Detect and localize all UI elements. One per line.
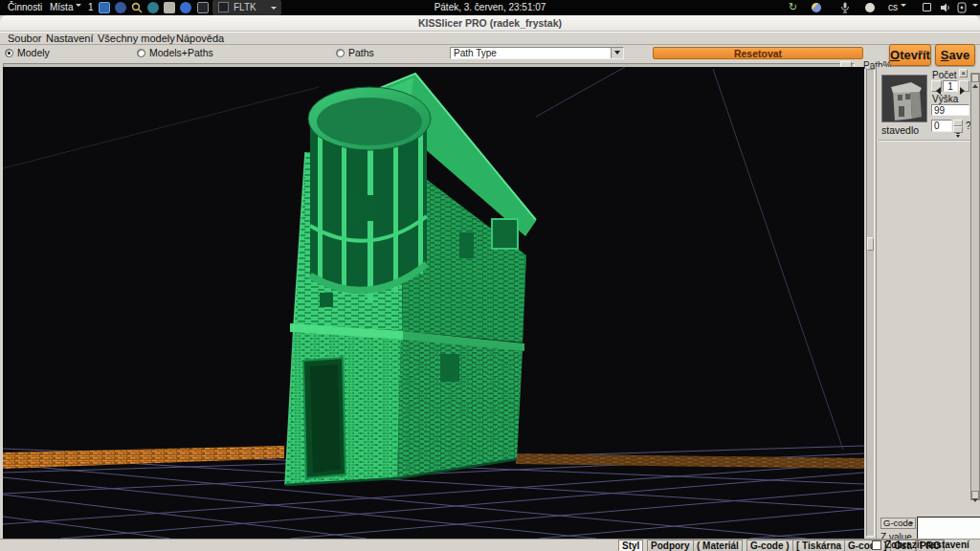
- system-menu[interactable]: [969, 0, 978, 15]
- arrow-down-icon: [972, 498, 978, 505]
- scroll-up-button[interactable]: [971, 74, 979, 82]
- window-icon[interactable]: [923, 3, 931, 11]
- model-sidebar: stavedlo Počet × 1 Výška 99 0 ? G-code Z…: [876, 67, 980, 539]
- globe-icon[interactable]: [147, 2, 159, 13]
- files-icon[interactable]: [164, 2, 175, 13]
- view-mode-row: Modely Models+Paths Paths Path Type Rese…: [0, 46, 980, 60]
- dropdown-button[interactable]: [611, 48, 623, 58]
- card-divider: [879, 140, 970, 142]
- radio-models-paths[interactable]: [137, 49, 145, 57]
- path-type-value: Path Type: [454, 48, 497, 58]
- scene-3d: [3, 67, 864, 539]
- menu-bar: Soubor Nastavení Všechny modely Nápověda: [0, 32, 980, 45]
- window-titlebar[interactable]: KISSlicer PRO (radek_frystak): [0, 15, 980, 32]
- z-offset-field[interactable]: 0: [931, 120, 952, 132]
- sync-icon[interactable]: ↻: [789, 0, 797, 14]
- reset-button[interactable]: Resetovat: [653, 47, 863, 59]
- tab-podpory[interactable]: Podpory: [647, 540, 694, 551]
- count-decrement-button[interactable]: [931, 80, 942, 92]
- chevron-down-icon: [909, 522, 913, 527]
- radio-modely[interactable]: [5, 49, 13, 57]
- active-app-indicator[interactable]: FLTK: [212, 0, 281, 15]
- radio-models-paths-label: Models+Paths: [149, 47, 213, 59]
- path-type-dropdown[interactable]: Path Type: [450, 47, 624, 59]
- radio-modely-label: Modely: [17, 47, 50, 59]
- terminal-icon[interactable]: [99, 2, 110, 13]
- arrow-up-icon: [972, 81, 978, 88]
- scroll-down-button[interactable]: [971, 491, 979, 499]
- chevron-down-icon: [901, 4, 906, 10]
- fltk-app-icon: [218, 2, 229, 12]
- tab-tiskarna[interactable]: [ Tiskárna: [792, 540, 845, 551]
- count-increment-button[interactable]: [959, 80, 969, 92]
- keyboard-layout[interactable]: cs: [888, 0, 906, 15]
- browser-icon[interactable]: [115, 2, 126, 13]
- count-field[interactable]: 1: [943, 80, 958, 92]
- viewport-3d[interactable]: [3, 67, 864, 539]
- weather-icon[interactable]: [812, 3, 821, 12]
- chevron-down-icon: [614, 51, 620, 57]
- open-button[interactable]: Otevřít: [889, 44, 931, 66]
- fltk-window-icon[interactable]: [197, 2, 209, 13]
- desktop-top-panel: Činnosti Místa 1 FLTK Pátek, 3. červen, …: [0, 0, 980, 15]
- search-icon[interactable]: [131, 2, 143, 13]
- close-model-button[interactable]: ×: [959, 69, 968, 77]
- model-stavedlo[interactable]: [285, 74, 536, 485]
- chevron-down-icon: [76, 4, 81, 10]
- menu-nastaveni[interactable]: Nastavení: [42, 33, 98, 45]
- chevron-down-icon: [972, 4, 978, 10]
- arrow-right-icon: [960, 87, 969, 95]
- save-button[interactable]: Save: [935, 44, 975, 66]
- model-name-label: stavedlo: [881, 124, 919, 136]
- radio-paths-label: Paths: [348, 47, 374, 59]
- model-thumbnail[interactable]: [881, 75, 927, 122]
- vertical-slider-handle[interactable]: [867, 237, 874, 251]
- places-menu[interactable]: Místa: [50, 0, 81, 15]
- activities-button[interactable]: Činnosti: [8, 0, 42, 15]
- menu-soubor[interactable]: Soubor: [4, 33, 45, 45]
- show-settings-checkbox[interactable]: [872, 540, 881, 550]
- model-thumbnail-image: [882, 76, 926, 121]
- count-label: Počet: [932, 70, 957, 80]
- menu-napoveda[interactable]: Nápověda: [172, 33, 228, 45]
- gcode-dropdown[interactable]: G-code: [880, 518, 916, 529]
- cup-icon[interactable]: [865, 3, 875, 12]
- show-settings-label: Zobrazit nastavení: [885, 540, 969, 550]
- web-icon[interactable]: [180, 2, 191, 13]
- sidebar-scrollbar[interactable]: [970, 73, 980, 500]
- chevron-down-icon: [271, 7, 277, 12]
- settings-tab-bar: Styl Podpory ( Materiál G-code ) [ Tiská…: [0, 539, 980, 551]
- window-title: KISSlicer PRO (radek_frystak): [0, 15, 980, 32]
- tab-styl[interactable]: Styl: [618, 540, 643, 551]
- height-label: Výška: [932, 94, 958, 104]
- tab-material[interactable]: ( Materiál: [693, 540, 743, 551]
- active-app-label: FLTK: [234, 0, 256, 15]
- menu-vsechny-modely[interactable]: Všechny modely: [94, 33, 179, 45]
- height-field[interactable]: 99: [931, 104, 969, 116]
- z-offset-down-button[interactable]: [953, 126, 963, 133]
- tab-gcode-material[interactable]: G-code ): [746, 540, 793, 551]
- workspace-indicator[interactable]: 1: [88, 0, 94, 15]
- radio-paths[interactable]: [336, 49, 345, 57]
- clock[interactable]: Pátek, 3. červen, 23:51:07: [434, 0, 546, 15]
- tab-gcode-printer[interactable]: G-code ]: [844, 540, 891, 551]
- kisslicer-window: KISSlicer PRO (radek_frystak) Soubor Nas…: [0, 15, 980, 551]
- vertical-slider-track[interactable]: [866, 69, 875, 537]
- z-offset-up-button[interactable]: [953, 120, 963, 126]
